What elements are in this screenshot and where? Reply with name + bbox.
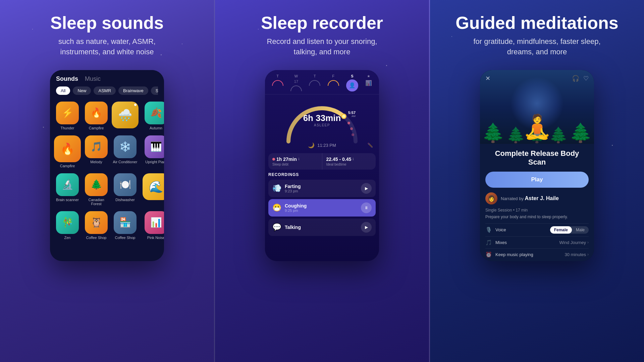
svg-text:5:57: 5:57 bbox=[348, 111, 356, 115]
voice-toggle[interactable]: Female Male bbox=[550, 226, 589, 234]
narrator-row: 👩 Narrated by Aster J. Haile bbox=[485, 192, 589, 204]
mixes-arrow: › bbox=[587, 240, 589, 245]
panel3-title: Guided meditations bbox=[455, 13, 618, 33]
aircon-icon: ❄️ bbox=[114, 135, 137, 158]
meditation-figure: 🧘 bbox=[523, 113, 552, 140]
brainscan-label: Brain scanner bbox=[56, 198, 79, 202]
autumn-icon: 🍂 bbox=[145, 102, 164, 124]
panel1-title: Sleep sounds bbox=[50, 13, 164, 33]
sleep-sounds-panel: Sleep sounds such as nature, water, ASMR… bbox=[0, 0, 214, 362]
session-desc: Prepare your body and mind to sleep prop… bbox=[485, 215, 589, 219]
sound-dishwasher[interactable]: 🍽️ Dishwasher bbox=[110, 171, 140, 208]
mixes-value: Wind Journey bbox=[559, 240, 586, 245]
zen-label: Zen bbox=[64, 236, 71, 240]
setting-mixes[interactable]: 🎵 Mixes Wind Journey › bbox=[485, 236, 589, 248]
filter-asmr[interactable]: ASMR bbox=[94, 86, 116, 95]
close-icon[interactable]: ✕ bbox=[485, 75, 490, 82]
day-star[interactable]: ★ 📊 bbox=[365, 74, 372, 92]
debt-label: Sleep debt bbox=[272, 163, 318, 166]
sound-autumn[interactable]: 🍂 Autumn bbox=[141, 100, 164, 132]
voice-label: Voice bbox=[495, 227, 550, 232]
sound-brainscan[interactable]: 🔬 Brain scanner bbox=[53, 171, 82, 208]
talking-play[interactable]: ▶ bbox=[361, 222, 372, 233]
sound-piano[interactable]: 🎹 Upright Pian. bbox=[141, 133, 164, 170]
voice-female[interactable]: Female bbox=[550, 226, 572, 234]
coughing-emoji: 😷 bbox=[272, 203, 281, 212]
setting-music-timer[interactable]: ⏰ Keep music playing 30 minutes › bbox=[485, 248, 589, 260]
sound-canadian-forest[interactable]: 🌲 Canadian Forest bbox=[84, 171, 109, 208]
narrator-avatar: 👩 bbox=[485, 192, 497, 204]
narrator-by-label: Narrated by bbox=[501, 196, 525, 201]
coffee-shop-icon: 🦉 bbox=[85, 211, 108, 234]
rain-icon: 🌧️ bbox=[112, 102, 139, 128]
voice-male[interactable]: Male bbox=[572, 226, 589, 234]
setting-voice: 🎙️ Voice Female Male bbox=[485, 223, 589, 236]
autumn-label: Autumn bbox=[150, 126, 162, 130]
panel1-subtitle: such as nature, water, ASMR, instruments… bbox=[40, 37, 174, 57]
recorder-phone: T W 17 T F S bbox=[265, 70, 379, 261]
voice-icon: 🎙️ bbox=[485, 227, 493, 233]
tree-right: 🌲 bbox=[569, 122, 592, 144]
sound-aircon[interactable]: ❄️ Air Conditioner bbox=[110, 133, 140, 170]
recording-coughing[interactable]: 😷 Coughing 9:25 pm ⏸ bbox=[268, 199, 376, 217]
talking-name: Talking bbox=[285, 225, 358, 230]
arc-T1 bbox=[272, 80, 283, 86]
headphones-icon[interactable]: 🎧 bbox=[572, 75, 579, 82]
sound-zen[interactable]: 🎋 Zen bbox=[53, 209, 82, 242]
arc-W bbox=[290, 85, 302, 91]
play-button[interactable]: Play bbox=[485, 172, 589, 188]
sound-rain[interactable]: 🌧️ bbox=[110, 100, 140, 132]
filter-scifi[interactable]: Sci-Fi bbox=[151, 86, 158, 95]
farting-play[interactable]: ▶ bbox=[361, 183, 372, 194]
sound-thunder[interactable]: ⚡ Thunder bbox=[53, 100, 82, 132]
dishwasher-label: Dishwasher bbox=[115, 198, 135, 202]
aircon-label: Air Conditioner bbox=[113, 160, 138, 164]
dishwasher-icon: 🍽️ bbox=[114, 173, 137, 196]
mixes-icon: 🎵 bbox=[485, 239, 493, 246]
coffee-shop-label: Coffee Shop bbox=[86, 236, 107, 240]
day-T1[interactable]: T bbox=[272, 74, 283, 92]
heart-icon[interactable]: ♡ bbox=[583, 75, 589, 82]
filter-brainwave[interactable]: Brainwave bbox=[118, 86, 148, 95]
filter-all[interactable]: All bbox=[56, 86, 70, 95]
arc-T2 bbox=[309, 80, 320, 86]
sounds-tabs: Sounds Music bbox=[56, 75, 158, 82]
sound-waves[interactable]: 🌊 bbox=[141, 171, 164, 208]
day-circle-S: 👤 bbox=[346, 79, 358, 92]
brainscan-icon: 🔬 bbox=[56, 173, 79, 196]
coughing-pause[interactable]: ⏸ bbox=[361, 202, 372, 213]
meditation-header: ✕ 🎧 ♡ bbox=[480, 70, 594, 87]
sounds-grid: ⚡ Thunder 🔥 Campfire 🌧️ 🍂 Autumn 🔥 bbox=[50, 98, 164, 243]
sound-campfire-selected[interactable]: 🔥 Campfire bbox=[53, 133, 82, 170]
bedtime-val: 22.45 - 0.45 bbox=[326, 157, 352, 162]
filter-new[interactable]: New bbox=[73, 86, 91, 95]
campfire-icon-r1: 🔥 bbox=[85, 102, 108, 124]
sleep-label: ASLEEP bbox=[303, 123, 341, 127]
tab-music[interactable]: Music bbox=[85, 75, 101, 82]
meditation-phone: ✕ 🎧 ♡ 🌲 🌲 🌲 🌲 🌲 🧘 bbox=[480, 70, 594, 261]
campfire-label-r1: Campfire bbox=[89, 126, 104, 130]
day-T2[interactable]: T bbox=[309, 74, 320, 92]
sound-coffee-shop[interactable]: 🦉 Coffee Shop bbox=[84, 209, 109, 242]
narrator-name: Aster J. Haile bbox=[525, 195, 559, 201]
sound-pink-noise[interactable]: 📊 Pink Noise bbox=[141, 209, 164, 242]
sleep-icon: 🌙 bbox=[308, 142, 315, 148]
rain-dot bbox=[134, 104, 137, 106]
recording-talking[interactable]: 💬 Talking ▶ bbox=[268, 219, 376, 236]
day-S[interactable]: S 👤 bbox=[346, 74, 358, 92]
canadian-forest-label: Canadian Forest bbox=[85, 198, 108, 206]
day-F[interactable]: F bbox=[328, 74, 339, 92]
sound-melody[interactable]: 🎵 Melody bbox=[84, 133, 109, 170]
recording-farting[interactable]: 💨 Farting 9:23 pm ▶ bbox=[268, 180, 376, 197]
tab-sounds[interactable]: Sounds bbox=[56, 75, 78, 82]
debt-dot bbox=[272, 158, 275, 161]
sound-campfire-r1[interactable]: 🔥 Campfire bbox=[84, 100, 109, 132]
edit-icon[interactable]: ✏️ bbox=[367, 142, 373, 148]
shop2-icon: 🏪 bbox=[114, 211, 137, 234]
music-timer-arrow: › bbox=[587, 252, 589, 257]
day-W[interactable]: W 17 bbox=[290, 74, 302, 92]
meditation-content: Complete Release Body Scan Play 👩 Narrat… bbox=[480, 144, 594, 261]
panel3-subtitle: for gratitude, mindfulness, faster sleep… bbox=[470, 37, 604, 57]
stat-bedtime: 22.45 - 0.45 ℹ Ideal bedtime bbox=[322, 153, 376, 170]
sound-shop2[interactable]: 🏪 Coffee Shop bbox=[110, 209, 140, 242]
